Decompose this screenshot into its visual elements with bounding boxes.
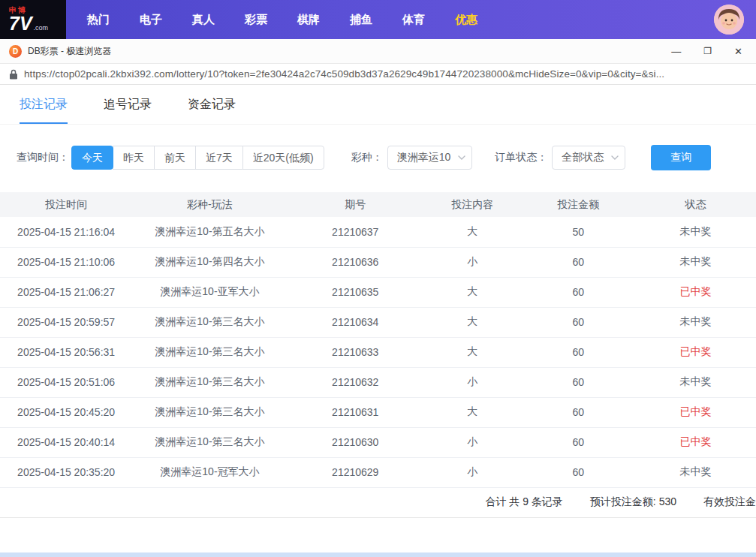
table-header-cell: 状态 [635, 192, 756, 217]
table-body: 2025-04-15 21:16:04 澳洲幸运10-第五名大小 2121063… [0, 217, 756, 487]
favicon: D [9, 45, 22, 58]
site-logo[interactable]: 申博 7V .com [0, 0, 66, 39]
order-status-select[interactable]: 全部状态 [552, 146, 625, 170]
bet-amount-cell: 50 [522, 217, 635, 247]
table-row: 2025-04-15 20:59:57 澳洲幸运10-第三名大小 2121063… [0, 307, 756, 337]
logo-main-text: 7V [9, 14, 32, 32]
table-row: 2025-04-15 21:16:04 澳洲幸运10-第五名大小 2121063… [0, 217, 756, 247]
table-row: 2025-04-15 20:35:20 澳洲幸运10-冠军大小 21210629… [0, 457, 756, 487]
issue-number-cell: 21210630 [288, 427, 423, 457]
table-row: 2025-04-15 20:56:31 澳洲幸运10-第三名大小 2121063… [0, 337, 756, 367]
lottery-select[interactable]: 澳洲幸运10 [387, 146, 473, 170]
bet-amount-cell: 60 [522, 337, 635, 367]
issue-number-cell: 21210632 [288, 367, 423, 397]
time-filter-label: 查询时间： [17, 151, 69, 164]
valid-amount-text: 有效投注金额 [703, 495, 756, 509]
table-header-cell: 投注时间 [0, 192, 132, 217]
bet-content-cell: 大 [423, 277, 522, 307]
table-row: 2025-04-15 20:45:20 澳洲幸运10-第三名大小 2121063… [0, 397, 756, 427]
bet-amount-cell: 60 [522, 277, 635, 307]
address-bar[interactable]: https://ctop02pcali.2kbxi392.com/lottery… [0, 64, 756, 85]
nav-menu-item[interactable]: 彩票 [245, 13, 267, 27]
minimize-button[interactable]: — [671, 47, 681, 56]
issue-number-cell: 21210629 [288, 457, 423, 487]
page-bottom-strip [0, 552, 756, 557]
lottery-select-value: 澳洲幸运10 [397, 151, 451, 164]
bet-content-cell: 小 [423, 247, 522, 277]
time-range-group: 今天昨天前天近7天近20天(低频) [72, 146, 324, 170]
maximize-button[interactable]: ❐ [703, 47, 712, 56]
time-range-button[interactable]: 今天 [71, 146, 113, 170]
nav-menu: 热门电子真人彩票棋牌捕鱼体育优惠 [87, 13, 477, 27]
nav-menu-item[interactable]: 真人 [192, 13, 215, 27]
bet-time-cell: 2025-04-15 20:45:20 [0, 397, 132, 427]
bet-time-cell: 2025-04-15 20:35:20 [0, 457, 132, 487]
avatar-image [714, 5, 744, 35]
status-cell: 未中奖 [635, 457, 756, 487]
time-range-button[interactable]: 前天 [154, 146, 196, 170]
nav-menu-item[interactable]: 热门 [87, 13, 110, 27]
issue-number-cell: 21210636 [288, 247, 423, 277]
nav-menu-item[interactable]: 棋牌 [297, 13, 320, 27]
time-range-button[interactable]: 近20天(低频) [242, 146, 324, 170]
time-range-button[interactable]: 近7天 [195, 146, 243, 170]
lock-icon [9, 69, 18, 80]
total-records-text: 合计 共 9 条记录 [485, 495, 562, 509]
issue-number-cell: 21210637 [288, 217, 423, 247]
nav-menu-item[interactable]: 捕鱼 [350, 13, 372, 27]
close-button[interactable]: ✕ [734, 47, 742, 56]
record-tab[interactable]: 投注记录 [20, 97, 68, 124]
order-status-value: 全部状态 [562, 151, 604, 164]
status-cell: 未中奖 [635, 247, 756, 277]
record-tab[interactable]: 追号记录 [104, 97, 152, 124]
bet-amount-cell: 60 [522, 457, 635, 487]
summary-bar: 合计 共 9 条记录 预计投注金额: 530 有效投注金额 [0, 488, 756, 518]
bet-amount-cell: 60 [522, 307, 635, 337]
game-play-cell: 澳洲幸运10-亚军大小 [132, 277, 287, 307]
game-play-cell: 澳洲幸运10-第三名大小 [132, 427, 287, 457]
bet-content-cell: 小 [423, 427, 522, 457]
status-cell: 未中奖 [635, 217, 756, 247]
issue-number-cell: 21210634 [288, 307, 423, 337]
browser-titlebar: D DB彩票 - 极速浏览器 — ❐ ✕ [0, 39, 756, 64]
table-row: 2025-04-15 20:51:06 澳洲幸运10-第三名大小 2121063… [0, 367, 756, 397]
filter-row: 查询时间： 今天昨天前天近7天近20天(低频) 彩种： 澳洲幸运10 订单状态：… [17, 145, 756, 170]
game-play-cell: 澳洲幸运10-第三名大小 [132, 397, 287, 427]
time-range-button[interactable]: 昨天 [113, 146, 155, 170]
bet-records-table: 投注时间彩种-玩法期号投注内容投注金额状态 2025-04-15 21:16:0… [0, 192, 756, 488]
table-header-cell: 投注金额 [522, 192, 635, 217]
bet-content-cell: 大 [423, 217, 522, 247]
chevron-down-icon [611, 155, 619, 160]
record-tabs: 投注记录追号记录资金记录 [0, 85, 756, 125]
table-header: 投注时间彩种-玩法期号投注内容投注金额状态 [0, 192, 756, 217]
game-play-cell: 澳洲幸运10-第四名大小 [132, 247, 287, 277]
bet-content-cell: 大 [423, 307, 522, 337]
game-play-cell: 澳洲幸运10-第三名大小 [132, 367, 287, 397]
window-controls: — ❐ ✕ [671, 47, 747, 56]
status-cell: 已中奖 [635, 427, 756, 457]
bet-content-cell: 小 [423, 367, 522, 397]
page-content: 投注记录追号记录资金记录 查询时间： 今天昨天前天近7天近20天(低频) 彩种：… [0, 85, 756, 557]
record-tab[interactable]: 资金记录 [188, 97, 236, 124]
bet-content-cell: 小 [423, 457, 522, 487]
table-row: 2025-04-15 21:10:06 澳洲幸运10-第四名大小 2121063… [0, 247, 756, 277]
game-play-cell: 澳洲幸运10-第五名大小 [132, 217, 287, 247]
query-button[interactable]: 查询 [651, 145, 711, 170]
bet-amount-cell: 60 [522, 427, 635, 457]
chevron-down-icon [458, 155, 465, 160]
top-nav: 申博 7V .com 热门电子真人彩票棋牌捕鱼体育优惠 [0, 0, 756, 39]
table-header-cell: 投注内容 [423, 192, 522, 217]
table-header-cell: 期号 [288, 192, 423, 217]
bet-time-cell: 2025-04-15 21:06:27 [0, 277, 132, 307]
url-text[interactable]: https://ctop02pcali.2kbxi392.com/lottery… [24, 68, 664, 80]
issue-number-cell: 21210635 [288, 277, 423, 307]
nav-menu-item[interactable]: 电子 [140, 13, 162, 27]
nav-menu-item[interactable]: 体育 [402, 13, 425, 27]
user-avatar[interactable] [714, 5, 744, 35]
issue-number-cell: 21210631 [288, 397, 423, 427]
nav-menu-item[interactable]: 优惠 [455, 13, 477, 27]
table-header-cell: 彩种-玩法 [132, 192, 287, 217]
game-play-cell: 澳洲幸运10-第三名大小 [132, 307, 287, 337]
status-cell: 已中奖 [635, 337, 756, 367]
table-row: 2025-04-15 21:06:27 澳洲幸运10-亚军大小 21210635… [0, 277, 756, 307]
